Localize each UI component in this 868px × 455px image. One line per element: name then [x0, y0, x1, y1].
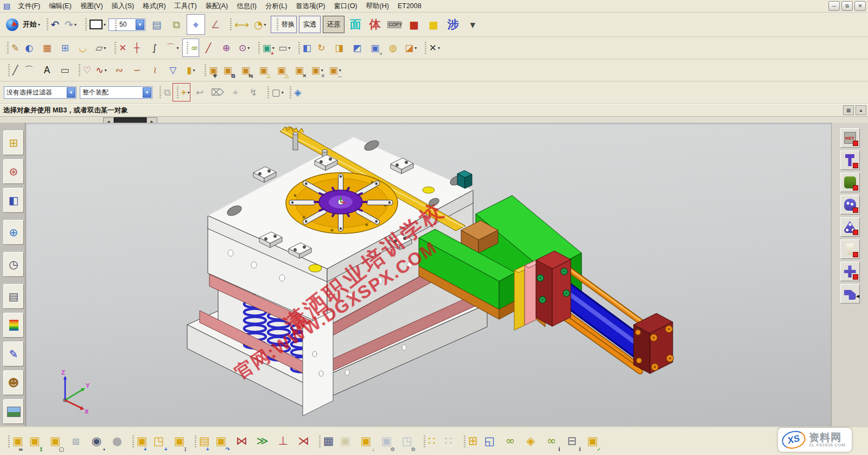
ghost-part-button[interactable]: ● ▾: [107, 430, 127, 453]
menu-file[interactable]: 文件(F): [14, 1, 44, 12]
constraint-navigator-tab[interactable]: ⊛: [3, 159, 24, 184]
menu-format[interactable]: 格式(R): [138, 1, 170, 12]
nx-logo-icon[interactable]: ▾: [3, 14, 21, 35]
find-component-button[interactable]: ▣ ∞ ▾: [4, 430, 24, 453]
translucent-button[interactable]: 实透 ▾: [299, 16, 321, 33]
materials-tab[interactable]: [3, 313, 24, 338]
curve-arc-button[interactable]: ⌒ ▾: [164, 39, 181, 57]
undo-selection-button[interactable]: ↩ ▾: [192, 83, 208, 102]
heart-curve-button[interactable]: ♡ ▾: [74, 61, 92, 79]
cube-grid-button[interactable]: ⊞ ▾: [459, 430, 478, 453]
red-cube-button[interactable]: ■ ▾: [405, 14, 423, 35]
section-curve-button[interactable]: ∽ ▾: [129, 61, 145, 79]
cross-part-icon[interactable]: [840, 262, 860, 281]
undo-button[interactable]: ↶ ▾: [42, 14, 60, 35]
line-tool-button[interactable]: ╱ ▾: [3, 61, 20, 79]
visualization-tab[interactable]: ✎: [3, 342, 24, 366]
select-pair-button[interactable]: ⧉ ▾: [155, 83, 171, 102]
pane-grid-button[interactable]: ▦: [843, 105, 854, 115]
curve-lines-button[interactable]: ┼ ▾: [129, 39, 145, 57]
layer-visible-button[interactable]: ⧉ ▾: [167, 14, 186, 35]
csys-button[interactable]: ∠ ▾: [206, 14, 225, 35]
crosshair-button[interactable]: ⌖ ▾: [227, 83, 244, 102]
boolean-button[interactable]: ▣ + ▾: [254, 39, 275, 57]
gem-cube-button[interactable]: ◈ ▾: [521, 430, 540, 453]
triangle-plate-part-icon[interactable]: [840, 217, 860, 237]
curve-s-button[interactable]: ∫ ▾: [146, 39, 163, 57]
reuse-library-tab[interactable]: ⊕: [3, 220, 24, 245]
menu-help[interactable]: 帮助(H): [362, 1, 393, 12]
mirror-assembly-button[interactable]: ⋈ ▾: [232, 430, 252, 453]
circle-button[interactable]: ⊙ ▾: [236, 39, 253, 57]
t-slot-part-icon[interactable]: [840, 150, 860, 170]
circle-point-button[interactable]: ⊕ ▾: [218, 39, 235, 57]
warn-round-button[interactable]: ▣ △ ▾: [255, 61, 272, 79]
warn-cylinder-button[interactable]: ▣ △ ▾: [273, 61, 290, 79]
sleeve-part-icon[interactable]: [840, 239, 860, 259]
curve-cross-button[interactable]: ✕ ▾: [110, 39, 127, 57]
two-cubes-button[interactable]: ∷ ▾: [438, 430, 458, 453]
replace-button[interactable]: 替换 ▾: [271, 16, 297, 33]
assembly-navigator-tab[interactable]: ⊞: [3, 130, 24, 155]
perpendicular-button[interactable]: ⊥ ▾: [273, 430, 293, 453]
edit-component-button[interactable]: ▣ ⚙ ▾: [376, 430, 396, 453]
feature-more-button[interactable]: ◪ ▾: [403, 39, 419, 57]
layer-settings-button[interactable]: ▤ ▾: [148, 14, 166, 35]
spline-button[interactable]: ∞ ▾: [182, 39, 199, 57]
array-component-button[interactable]: ▤ + ▾: [190, 430, 210, 453]
explode-button[interactable]: ⧈ ▾: [66, 430, 86, 453]
component-report-button[interactable]: ▣ ≡ ▾: [309, 61, 326, 79]
hole-button[interactable]: ▣ ○ ▾: [367, 39, 384, 57]
eraser-button[interactable]: ⌦ ▾: [209, 83, 226, 102]
key-template-icon[interactable]: KEY: [840, 128, 860, 148]
new-component-button[interactable]: ◳ + ▾: [149, 430, 169, 453]
remove-component-button[interactable]: ▣ ↓ ▾: [356, 430, 375, 453]
scroll-up-button[interactable]: ▲: [856, 105, 866, 115]
line-button[interactable]: ╱ ▾: [200, 39, 217, 57]
copy-button[interactable]: COPY ▾: [385, 14, 404, 35]
corner-block-button[interactable]: ◩ ▾: [349, 39, 366, 57]
move-component2-button[interactable]: ▣ ↷ ▾: [212, 430, 231, 453]
align-button[interactable]: ≫ ▾: [253, 430, 272, 453]
pattern-component-button[interactable]: ▣ ⋮ ▾: [170, 430, 189, 453]
menu-insert[interactable]: 插入(S): [107, 1, 139, 12]
integrated-browser-tab[interactable]: ▤: [3, 284, 24, 309]
rings-info-button[interactable]: ∞ i ▾: [541, 430, 561, 453]
revolve-button[interactable]: ↻ ▾: [313, 39, 330, 57]
arc-tool-button[interactable]: ⌒ ▾: [21, 61, 37, 79]
rect-select-button[interactable]: ▢ ▾: [263, 83, 284, 102]
menu-edit[interactable]: 编辑(E): [44, 1, 76, 12]
boss-button[interactable]: ◍ ▾: [385, 39, 401, 57]
sketch-button[interactable]: ✎ ▾: [3, 39, 20, 57]
snap-filter-button[interactable]: ⌖ ▾: [173, 83, 190, 102]
menu-analysis[interactable]: 分析(L): [261, 1, 291, 12]
text-tool-button[interactable]: A ▾: [39, 61, 55, 79]
menu-window[interactable]: 窗口(O): [329, 1, 361, 12]
component-measure-button[interactable]: ▣ ↔ ▾: [327, 61, 343, 79]
menu-view[interactable]: 视图(V): [76, 1, 107, 12]
green-block-part-icon[interactable]: [840, 173, 860, 192]
cylinder-button[interactable]: ▮ ▾: [182, 61, 199, 79]
viewport-3d-model[interactable]: Z Y X: [25, 123, 831, 426]
split-body-button[interactable]: ◐ ▾: [21, 39, 37, 57]
check-cube-button[interactable]: ▣ ✓ ▾: [583, 430, 602, 453]
datum-table-button[interactable]: ⊞ ▾: [56, 39, 73, 57]
swap-component-button[interactable]: ▣ ⇆ ▾: [237, 61, 254, 79]
orient-view-button[interactable]: ⌖ ▾: [187, 14, 205, 35]
face-button[interactable]: 面 ▾: [346, 14, 365, 35]
repair-component-button[interactable]: ◳ ⚙ ▾: [397, 430, 417, 453]
more-dropdown[interactable]: ▾ ▾: [463, 14, 482, 35]
fit-constraint-button[interactable]: ⋊ ▾: [294, 430, 314, 453]
body-button[interactable]: 体 ▾: [366, 14, 384, 35]
gallery-tab[interactable]: [3, 399, 24, 424]
faded-cube-button[interactable]: ▣ ▾: [335, 430, 355, 453]
window-cube-button[interactable]: ◱ ▾: [480, 430, 499, 453]
copy-component-button[interactable]: ▣ ⧉ ▾: [219, 61, 236, 79]
show-only-button[interactable]: ▣ ▢ ▾: [46, 430, 65, 453]
menu-et2008[interactable]: ET2008: [393, 1, 426, 11]
block-button[interactable]: ◨ ▾: [331, 39, 348, 57]
she-button[interactable]: 涉 ▾: [444, 14, 462, 35]
plane-button[interactable]: ▱ ▾: [92, 39, 109, 57]
rings-button[interactable]: ∞ ▾: [500, 430, 520, 453]
bridge-curve-button[interactable]: ∾ ▾: [111, 61, 127, 79]
